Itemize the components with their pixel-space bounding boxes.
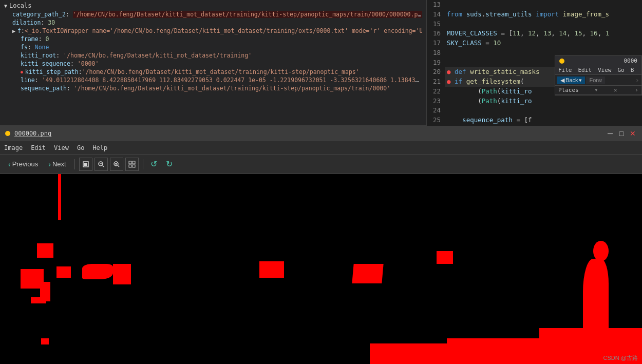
fb-menu-view[interactable]: View	[595, 66, 615, 74]
file-browser-dot	[559, 59, 564, 64]
file-browser-title-bar: 0000	[555, 56, 641, 66]
menu-go[interactable]: Go	[77, 144, 84, 151]
svg-rect-10	[133, 161, 135, 164]
svg-rect-11	[129, 165, 131, 167]
fb-back-button[interactable]: ◀ Back ▾	[557, 76, 585, 84]
local-item: category_path_2: '/home/CN/bo.feng/Datas…	[4, 10, 422, 18]
close-button[interactable]: ✕	[629, 129, 637, 138]
grid-button[interactable]	[125, 158, 139, 171]
var-value: 0	[45, 35, 49, 43]
local-item: dilation: 30	[4, 18, 422, 27]
toolbar-separator-2	[143, 159, 143, 169]
code-line: (Path(kitti_ro	[445, 97, 642, 106]
local-item: fs: None	[4, 43, 422, 51]
local-item: kitti_root: '/home/CN/bo.feng/Dataset/ki…	[4, 51, 422, 60]
code-line	[445, 106, 642, 116]
viewer-title-bar: 000000.png ─ □ ✕	[0, 126, 642, 141]
fb-forward-button[interactable]: Forw	[586, 76, 605, 84]
fb-close-button[interactable]: ✕	[614, 87, 617, 93]
code-line: from suds.stream_utils import image_from…	[445, 10, 642, 20]
svg-rect-1	[84, 163, 87, 166]
svg-line-4	[102, 165, 104, 167]
var-value: '/home/CN/bo.feng/Dataset/kitti_mot_data…	[74, 85, 390, 92]
var-key: sequence_path	[21, 85, 67, 92]
menu-help[interactable]: Help	[92, 144, 107, 151]
local-item-expandable[interactable]: ▶ f: <_io.TextIOWrapper name='/home/CN/b…	[4, 27, 422, 35]
var-key: fs	[21, 44, 28, 51]
var-key: kitti_root	[21, 52, 56, 59]
var-value: '/home/CN/bo.feng/Dataset/kitti_mot_data…	[82, 68, 360, 75]
places-label: Places	[558, 87, 579, 93]
image-viewer: 000000.png ─ □ ✕ Image Edit View Go Help…	[0, 126, 642, 364]
next-arrow-icon: ›	[48, 160, 51, 168]
code-line: MOVER_CLASSES = [11, 12, 13, 14, 15, 16,…	[445, 29, 642, 39]
fb-resize-button[interactable]: ›	[635, 87, 638, 93]
file-browser-title: 0000	[624, 58, 638, 64]
red-region-4	[56, 266, 71, 278]
toolbar-separator	[74, 159, 75, 169]
viewer-menu-bar: Image Edit View Go Help	[0, 141, 642, 155]
locals-title: Locals	[9, 2, 31, 9]
red-region-right1	[437, 251, 453, 264]
code-line	[445, 20, 642, 29]
fb-menu-file[interactable]: File	[555, 66, 575, 74]
locals-header: ▼ Locals	[4, 2, 422, 9]
viewer-dot-yellow	[5, 131, 10, 136]
svg-rect-12	[133, 165, 135, 167]
file-browser-popup: 0000 File Edit View Go B ◀ Back ▾ Forw ›…	[555, 55, 642, 95]
expand-arrow: ▶	[12, 28, 15, 34]
fb-menu-edit[interactable]: Edit	[575, 66, 595, 74]
file-browser-menu[interactable]: File Edit View Go B	[555, 66, 641, 75]
local-item: line: '49.011212804408 8.4228850417969 1…	[4, 76, 422, 84]
var-key: kitti_step_path	[25, 68, 79, 75]
red-region-1	[58, 174, 61, 220]
next-button[interactable]: › Next	[44, 159, 70, 170]
next-label: Next	[52, 160, 66, 168]
code-line: SKY_CLASS = 10	[445, 39, 642, 48]
var-value: '/home/CN/bo.feng/Dataset/kitti_mot_data…	[73, 11, 422, 18]
red-region-5	[82, 264, 113, 279]
fb-nav-arrow-right[interactable]: ›	[635, 76, 639, 84]
code-line: sequence_path = [f	[445, 116, 642, 125]
watermark: CSDN @古路	[603, 354, 638, 362]
file-browser-nav: ◀ Back ▾ Forw ›	[555, 75, 641, 86]
file-browser-places: Places ▾ ✕ ›	[555, 86, 641, 95]
var-value: <_io.TextIOWrapper name='/home/CN/bo.fen…	[25, 27, 422, 34]
fb-menu-go[interactable]: Go	[615, 66, 628, 74]
rotate-ccw-button[interactable]: ↺	[147, 158, 161, 171]
var-value: '0000'	[78, 60, 99, 67]
fb-menu-b[interactable]: B	[628, 66, 637, 74]
var-key: frame	[21, 35, 39, 43]
code-line	[445, 0, 642, 10]
line-numbers: 13 14 15 16 17 18 19 20 21 22 23 24 25	[427, 0, 445, 125]
red-region-2	[37, 243, 53, 258]
rotate-cw-button[interactable]: ↻	[163, 158, 176, 171]
fit-window-button[interactable]	[79, 158, 92, 171]
red-region-car	[259, 261, 284, 278]
zoom-in-button[interactable]	[110, 158, 123, 171]
menu-edit[interactable]: Edit	[31, 144, 46, 151]
locals-arrow: ▼	[4, 3, 7, 9]
svg-rect-9	[129, 161, 131, 164]
red-region-bottom5	[41, 338, 49, 344]
zoom-out-button[interactable]	[95, 158, 108, 171]
var-value: None	[35, 44, 49, 51]
local-item: ● kitti_step_path: '/home/CN/bo.feng/Dat…	[4, 68, 422, 76]
var-value: 30	[48, 19, 55, 26]
menu-view[interactable]: View	[54, 144, 69, 151]
viewer-toolbar: ‹ Previous › Next	[0, 155, 642, 174]
var-key: dilation	[12, 19, 41, 26]
viewer-title: 000000.png	[14, 130, 602, 137]
var-value: '49.011212804408 8.4228850417969 112.834…	[42, 76, 422, 84]
menu-image[interactable]: Image	[4, 144, 23, 151]
local-item: sequence_path: '/home/CN/bo.feng/Dataset…	[4, 84, 422, 92]
restore-button[interactable]: □	[617, 129, 626, 138]
minimize-button[interactable]: ─	[606, 129, 614, 138]
previous-button[interactable]: ‹ Previous	[4, 159, 42, 170]
prev-arrow-icon: ‹	[8, 160, 11, 168]
local-item: frame: 0	[4, 35, 422, 43]
var-key: category_path_2	[12, 11, 66, 18]
debugger-panel: ▼ Locals category_path_2: '/home/CN/bo.f…	[0, 0, 426, 126]
red-region-vehicle	[352, 264, 383, 283]
var-key: f	[17, 27, 21, 34]
